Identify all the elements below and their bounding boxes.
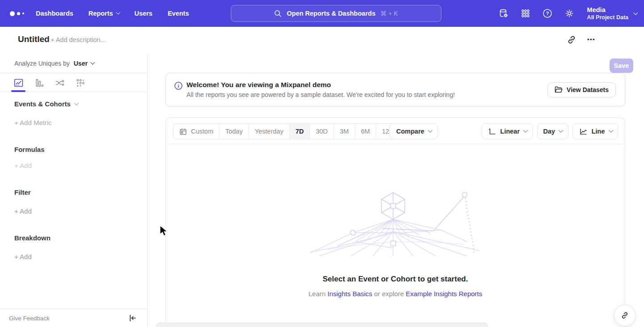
- chart-empty-state: Select an Event or Cohort to get started…: [166, 144, 625, 327]
- chevron-down-icon: [609, 128, 613, 132]
- add-metric-button[interactable]: + Add Metric: [14, 119, 52, 126]
- date-range-selector: Custom Today Yesterday 7D 30D 3M 6M 12M: [173, 123, 401, 139]
- project-switcher[interactable]: Media All Project Data: [587, 6, 637, 21]
- collapse-sidebar-icon[interactable]: [127, 313, 137, 323]
- nav-item-label: Users: [135, 10, 153, 17]
- sidebar-footer: Give Feedback: [0, 309, 147, 327]
- project-name: Media: [587, 6, 628, 14]
- dot-grid-icon: [75, 77, 86, 88]
- line-chart-icon: [13, 77, 24, 88]
- global-search-input[interactable]: Open Reports & Dashboards ⌘ + K: [231, 5, 441, 22]
- tab-insights[interactable]: [13, 74, 24, 92]
- banner-subtitle: All the reports you see are powered by a…: [186, 91, 455, 98]
- range-label: Today: [225, 128, 243, 135]
- range-custom[interactable]: Custom: [174, 124, 220, 139]
- range-3m[interactable]: 3M: [334, 124, 355, 139]
- analyze-value: User: [74, 60, 88, 67]
- chart-controls-row: Custom Today Yesterday 7D 30D 3M 6M 12M …: [166, 118, 625, 144]
- range-30d[interactable]: 30D: [310, 124, 334, 139]
- primary-nav: Dashboards Reports Users Events: [36, 0, 189, 27]
- chevron-down-icon: [116, 10, 120, 15]
- scale-dropdown[interactable]: Linear: [482, 123, 533, 139]
- add-formula-button[interactable]: + Add: [14, 162, 32, 169]
- query-builder-sidebar: Analyze Uniques by User Events & Cohorts…: [0, 54, 148, 327]
- axis-icon: [488, 127, 496, 136]
- info-icon: i: [174, 82, 182, 90]
- report-title[interactable]: Untitled: [18, 34, 50, 44]
- analyze-by-dropdown[interactable]: User: [74, 60, 94, 67]
- tab-bar-chart[interactable]: [33, 74, 45, 92]
- empty-state-subtitle: Learn Insights Basics or explore Example…: [309, 290, 483, 298]
- formulas-heading: Formulas: [14, 146, 45, 153]
- empty-state-title: Select an Event or Cohort to get started…: [323, 275, 468, 284]
- banner-title: Welcome! You are viewing a Mixpanel demo: [186, 81, 331, 89]
- range-label: 7D: [296, 128, 304, 135]
- add-filter-button[interactable]: + Add: [14, 207, 32, 215]
- more-options-button[interactable]: •••: [585, 33, 597, 46]
- range-label: Custom: [191, 128, 213, 135]
- report-canvas: Custom Today Yesterday 7D 30D 3M 6M 12M …: [165, 117, 625, 327]
- range-7d[interactable]: 7D: [290, 124, 310, 139]
- range-label: 30D: [316, 128, 328, 135]
- data-management-icon[interactable]: [498, 8, 509, 19]
- add-description-field[interactable]: + Add description...: [51, 36, 106, 43]
- chart-type-dropdown[interactable]: Line: [572, 123, 618, 139]
- view-datasets-button[interactable]: View Datasets: [547, 82, 616, 97]
- chevron-down-icon: [523, 128, 527, 132]
- top-nav: Dashboards Reports Users Events Open Rep…: [0, 0, 644, 27]
- settings-gear-icon[interactable]: [564, 8, 575, 19]
- tab-metrics-grid[interactable]: [74, 74, 86, 92]
- chevron-down-icon: [74, 101, 78, 105]
- copy-link-button[interactable]: [566, 34, 578, 46]
- svg-text:i: i: [178, 84, 179, 88]
- events-cohorts-toggle[interactable]: Events & Cohorts: [14, 100, 77, 108]
- give-feedback-link[interactable]: Give Feedback: [9, 315, 50, 322]
- chart-type-label: Line: [592, 128, 605, 135]
- compare-label: Compare: [396, 128, 424, 135]
- empty-sub-middle: or explore: [372, 290, 406, 298]
- analyze-label: Analyze Uniques by: [14, 60, 70, 67]
- range-label: Yesterday: [255, 128, 284, 135]
- range-yesterday[interactable]: Yesterday: [249, 124, 290, 139]
- interval-label: Day: [543, 128, 555, 135]
- help-icon[interactable]: ?: [542, 8, 553, 19]
- empty-state-illustration: [310, 189, 480, 256]
- nav-item-dashboards[interactable]: Dashboards: [36, 10, 73, 17]
- apps-grid-icon[interactable]: [520, 8, 531, 19]
- compare-dropdown[interactable]: Compare: [390, 123, 438, 139]
- range-label: 6M: [361, 128, 370, 135]
- report-header: Untitled + Add description... ••• Save: [0, 27, 644, 54]
- svg-text:?: ?: [546, 11, 549, 16]
- welcome-banner: i Welcome! You are viewing a Mixpanel de…: [165, 73, 625, 106]
- search-icon: [274, 10, 282, 17]
- mixpanel-logo-icon[interactable]: [10, 0, 24, 27]
- search-shortcut: ⌘ + K: [380, 10, 398, 17]
- insights-basics-link[interactable]: Insights Basics: [327, 290, 372, 298]
- interval-dropdown[interactable]: Day: [537, 123, 568, 139]
- nav-item-reports[interactable]: Reports: [89, 10, 119, 17]
- nav-item-users[interactable]: Users: [135, 10, 153, 17]
- calendar-icon: [179, 128, 187, 135]
- nav-item-label: Reports: [89, 10, 113, 17]
- events-cohorts-label: Events & Cohorts: [14, 100, 71, 108]
- example-reports-link[interactable]: Example Insights Reports: [406, 290, 482, 298]
- floating-share-link-button[interactable]: [614, 305, 636, 326]
- scale-label: Linear: [500, 128, 520, 135]
- save-button[interactable]: Save: [610, 59, 633, 73]
- flow-icon: [54, 77, 65, 88]
- line-chart-icon: [579, 127, 588, 136]
- range-today[interactable]: Today: [220, 124, 249, 139]
- range-6m[interactable]: 6M: [355, 124, 376, 139]
- chevron-down-icon: [633, 10, 638, 15]
- filter-heading: Filter: [14, 189, 31, 196]
- add-breakdown-button[interactable]: + Add: [14, 253, 32, 260]
- tab-flow[interactable]: [54, 74, 65, 92]
- chevron-down-icon: [559, 128, 563, 132]
- search-placeholder: Open Reports & Dashboards: [287, 10, 375, 17]
- empty-sub-prefix: Learn: [309, 290, 328, 298]
- analyze-row: Analyze Uniques by User: [0, 54, 147, 73]
- project-subtitle: All Project Data: [587, 14, 628, 21]
- nav-item-events[interactable]: Events: [168, 10, 189, 17]
- bottom-panel-peek[interactable]: [156, 323, 488, 327]
- chevron-down-icon: [90, 60, 95, 65]
